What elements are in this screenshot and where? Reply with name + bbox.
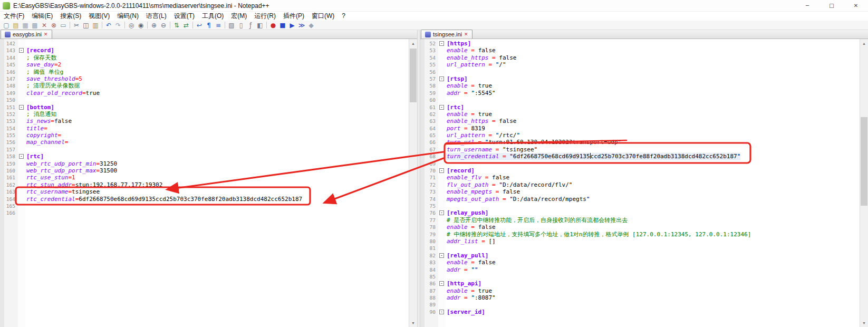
doc-switcher-icon[interactable]: ◧ (255, 21, 265, 30)
maximize-button[interactable]: □ (819, 0, 844, 12)
editor-line[interactable]: 153is_news=false (0, 118, 409, 124)
close-file-icon[interactable]: ✕ (40, 21, 49, 30)
menu-item-macro[interactable]: 宏(M) (227, 12, 250, 21)
open-folder-icon[interactable]: ▤ (11, 21, 21, 30)
editor-line[interactable]: 145save_day=2 (0, 61, 409, 68)
editor-line[interactable]: 142 (0, 40, 409, 47)
editor-line[interactable]: 166 (0, 209, 409, 216)
menu-item-language[interactable]: 语言(L) (142, 12, 170, 21)
editor-line[interactable]: 150 (0, 97, 409, 103)
run-macro-multiple-icon[interactable]: ≫ (297, 21, 306, 30)
fold-toggle-icon[interactable]: - (19, 48, 24, 53)
editor-line[interactable]: 85 (420, 273, 860, 280)
menu-item-window[interactable]: 窗口(W) (308, 12, 338, 21)
menu-item-edit[interactable]: 编辑(E) (28, 12, 56, 21)
menu-item-help[interactable]: ? (338, 12, 349, 21)
editor-line[interactable]: 64port = 8319 (420, 125, 860, 132)
editor-line[interactable]: 73enable_mpegts = false (420, 188, 860, 195)
scroll-down-icon[interactable]: ▼ (860, 319, 868, 327)
editor-line[interactable]: 84addr = "" (420, 266, 860, 273)
editor-line[interactable]: 66turn_url = "turn:01.60.130.04:19302?tr… (420, 139, 860, 146)
fold-toggle-icon[interactable]: - (439, 253, 444, 258)
replace-icon[interactable]: ◉ (136, 21, 146, 30)
word-wrap-icon[interactable]: ↩ (195, 21, 204, 30)
scroll-up-icon[interactable]: ▲ (409, 39, 417, 47)
editor-line[interactable]: 68turn_credential = "6df2668750e68cd69d9… (420, 153, 860, 160)
menu-item-file[interactable]: 文件(F) (0, 12, 28, 21)
editor-line[interactable]: 163rtc_username=tsingsee (0, 188, 409, 195)
editor-line[interactable]: 63enable_https = false (420, 118, 860, 124)
editor-line[interactable]: 144; 保存天数 (0, 54, 409, 61)
editor-line[interactable]: 77# 是否开启中继转推功能，开启后，自身接收到的所有流都会转推出去 (420, 217, 860, 224)
editor-line[interactable]: 69 (420, 160, 860, 167)
editor-line[interactable]: 82-[relay_pull] (420, 252, 860, 259)
play-macro-icon[interactable]: ▶ (287, 21, 297, 30)
tab-tsingsee-ini[interactable]: tsingsee.ini ✕ (421, 30, 472, 39)
menu-item-settings[interactable]: 设置(T) (170, 12, 198, 21)
editor-line[interactable]: 155copyright= (0, 132, 409, 139)
doc-map-icon[interactable]: ▯ (236, 21, 246, 30)
save-macro-icon[interactable]: ◆ (306, 21, 316, 30)
editor-line[interactable]: 83enable = false (420, 259, 860, 266)
fold-toggle-icon[interactable]: - (439, 310, 444, 314)
editor-line[interactable]: 54enable_https = false (420, 54, 860, 61)
editor-line[interactable]: 156map_channel= (0, 139, 409, 146)
menu-item-encoding[interactable]: 编码(N) (113, 12, 142, 21)
show-all-chars-icon[interactable]: ¶ (204, 21, 214, 30)
new-file-icon[interactable]: ▢ (2, 21, 11, 30)
fold-toggle-icon[interactable]: - (439, 168, 444, 173)
scroll-down-icon[interactable]: ▼ (409, 319, 417, 327)
record-macro-icon[interactable]: ● (268, 21, 278, 30)
sync-horizontal-scroll-icon[interactable]: ⇄ (181, 21, 191, 30)
editor-line[interactable]: 72flv_out_path = "D:/data/record/flv/" (420, 181, 860, 188)
editor-line[interactable]: 147save_threshold=5 (0, 75, 409, 82)
editor-line[interactable]: 158-[rtc] (0, 153, 409, 160)
editor-line[interactable]: 157 (0, 146, 409, 153)
tab-close-icon[interactable]: ✕ (44, 32, 48, 37)
editor-line[interactable]: 56 (420, 69, 860, 75)
tab-easygbs-ini[interactable]: easygbs.ini ✕ (1, 30, 52, 39)
editor-right[interactable]: 52-[https]53enable = false54enable_https… (420, 39, 868, 327)
fold-toggle-icon[interactable]: - (439, 210, 444, 215)
menu-item-search[interactable]: 搜索(S) (56, 12, 85, 21)
editor-line[interactable]: 55url_pattern = "/" (420, 61, 860, 68)
editor-line[interactable]: 151-[bottom] (0, 104, 409, 111)
fold-toggle-icon[interactable]: - (19, 105, 24, 110)
editor-line[interactable]: 161rtc_use_stun=1 (0, 174, 409, 181)
close-button[interactable]: ✕ (844, 0, 868, 12)
cut-icon[interactable]: ✂ (72, 21, 81, 30)
editor-line[interactable]: 61-[rtc] (420, 104, 860, 111)
undo-icon[interactable]: ↶ (104, 21, 113, 30)
scrollbar-right[interactable]: ▲ ▼ (860, 39, 868, 327)
editor-line[interactable]: 76-[relay_push] (420, 209, 860, 216)
editor-line[interactable]: 62enable = true (420, 111, 860, 118)
minimize-button[interactable]: ─ (795, 0, 819, 12)
editor-line[interactable]: 165 (0, 203, 409, 209)
save-all-icon[interactable]: ▩ (30, 21, 40, 30)
paste-icon[interactable]: ▥ (91, 21, 100, 30)
editor-line[interactable]: 160web_rtc_udp_port_max=31500 (0, 167, 409, 174)
editor-line[interactable]: 87enable = true (420, 287, 860, 294)
print-icon[interactable]: ▭ (59, 21, 68, 30)
zoom-out-icon[interactable]: ⊖ (159, 21, 168, 30)
editor-line[interactable]: 148; 清理历史录像数据 (0, 82, 409, 89)
editor-line[interactable]: 71enable_flv = false (420, 174, 860, 181)
editor-line[interactable]: 90-[server_id] (420, 309, 860, 315)
tab-close-icon[interactable]: ✕ (464, 32, 468, 37)
stop-macro-icon[interactable]: ■ (278, 21, 287, 30)
find-icon[interactable]: ◎ (127, 21, 136, 30)
user-dialog-icon[interactable]: ▧ (227, 21, 236, 30)
editor-line[interactable]: 78enable = false (420, 224, 860, 230)
scrollbar-left[interactable]: ▲ ▼ (409, 39, 417, 327)
indent-guide-icon[interactable]: ≡ (214, 21, 223, 30)
scrollbar-thumb-left[interactable] (410, 49, 417, 102)
editor-line[interactable]: 143-[record] (0, 47, 409, 54)
fold-toggle-icon[interactable]: - (439, 76, 444, 81)
editor-line[interactable]: 53enable = false (420, 47, 860, 54)
fold-toggle-icon[interactable]: - (19, 154, 24, 159)
editor-line[interactable]: 79# 中继转推的对端地址，支持填写多个地址，做1对n的转推，格式举例 [127… (420, 231, 860, 238)
editor-line[interactable]: 52-[https] (420, 40, 860, 47)
editor-line[interactable]: 88addr = ":8087" (420, 294, 860, 301)
menu-item-tools[interactable]: 工具(O) (198, 12, 227, 21)
function-list-icon[interactable]: ƒ (246, 21, 255, 30)
